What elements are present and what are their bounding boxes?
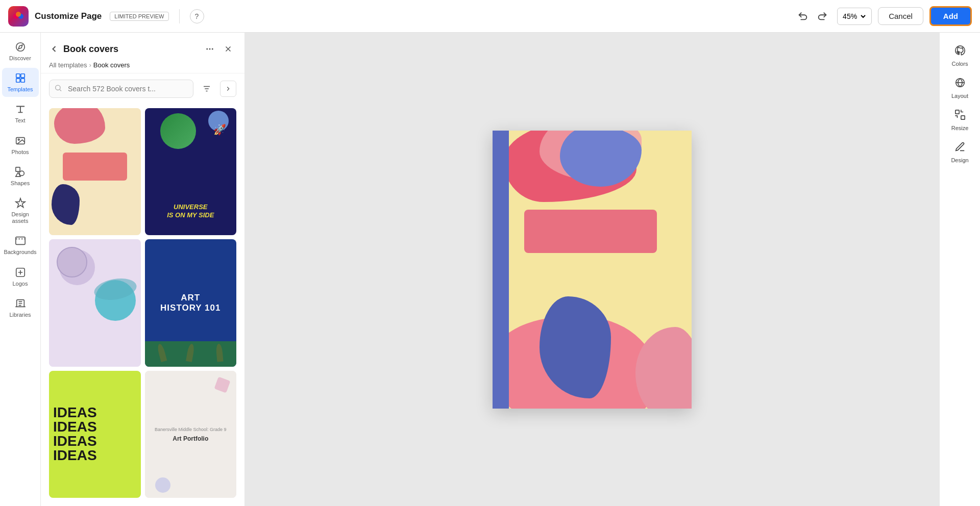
sidebar-label-photos: Photos: [11, 149, 29, 156]
sidebar-label-logos: Logos: [13, 281, 28, 287]
templates-grid: UNIVERSEIS ON MY SIDE 🚀 ARTHISTOR: [41, 104, 244, 506]
right-tool-resize[interactable]: Resize: [943, 105, 977, 135]
right-sidebar: Colors Layout Resize: [939, 33, 980, 506]
svg-point-9: [18, 139, 19, 140]
libraries-icon: [14, 297, 27, 310]
search-row: [41, 73, 244, 104]
logos-icon: [14, 266, 27, 279]
shapes-icon: [14, 166, 27, 178]
template-card-4[interactable]: ARTHISTORY 101: [145, 239, 237, 366]
breadcrumb-all-templates[interactable]: All templates: [49, 61, 87, 69]
book-body: [509, 131, 692, 409]
template-card-2[interactable]: UNIVERSEIS ON MY SIDE 🚀: [145, 108, 237, 235]
resize-icon: [954, 109, 966, 123]
left-sidebar: Discover Templates Text: [0, 33, 41, 506]
sidebar-item-logos[interactable]: Logos: [2, 262, 39, 291]
sidebar-label-discover: Discover: [9, 55, 31, 62]
svg-rect-12: [15, 237, 24, 245]
svg-rect-11: [15, 167, 19, 171]
svg-rect-6: [16, 79, 19, 82]
help-button[interactable]: ?: [190, 9, 204, 23]
expand-panel-button[interactable]: [220, 81, 236, 97]
backgrounds-icon: [14, 235, 27, 247]
right-tool-design[interactable]: Design: [943, 137, 977, 167]
sidebar-item-libraries[interactable]: Libraries: [2, 293, 39, 322]
svg-point-3: [16, 43, 24, 52]
search-container: [49, 80, 193, 98]
design-assets-icon: [14, 197, 27, 209]
templates-panel: Book covers All templates: [41, 33, 245, 506]
breadcrumb-current: Book covers: [93, 61, 130, 69]
search-input[interactable]: [49, 80, 193, 98]
photos-icon: [14, 135, 27, 147]
svg-rect-20: [955, 110, 959, 114]
zoom-selector[interactable]: 45%: [837, 8, 872, 25]
app-title: Customize Page: [35, 11, 102, 21]
sidebar-item-discover[interactable]: Discover: [2, 37, 39, 66]
sidebar-item-templates[interactable]: Templates: [2, 68, 39, 97]
more-options-button[interactable]: [202, 41, 218, 57]
svg-rect-4: [16, 74, 19, 78]
compass-icon: [14, 41, 27, 53]
sidebar-item-shapes[interactable]: Shapes: [2, 162, 39, 191]
right-tool-colors[interactable]: Colors: [943, 41, 977, 71]
zoom-chevron-icon: [860, 13, 866, 19]
panel-title-row: Book covers: [49, 41, 236, 57]
sidebar-item-text[interactable]: Text: [2, 99, 39, 128]
add-button[interactable]: Add: [929, 6, 972, 26]
svg-rect-7: [20, 79, 24, 82]
layout-icon: [954, 77, 966, 91]
sidebar-item-design-assets[interactable]: Design assets: [2, 193, 39, 229]
redo-button[interactable]: [814, 8, 831, 25]
layout-label: Layout: [951, 93, 968, 99]
header: Customize Page LIMITED PREVIEW ? 45%: [0, 0, 980, 33]
back-chevron-icon: [49, 44, 59, 54]
filter-icon: [202, 84, 211, 93]
book-spine: [493, 131, 509, 409]
main-content: Discover Templates Text: [0, 33, 980, 506]
panel-header: Book covers All templates: [41, 33, 244, 73]
sidebar-label-design-assets: Design assets: [4, 211, 37, 224]
undo-button[interactable]: [794, 8, 812, 25]
right-tool-layout[interactable]: Layout: [943, 73, 977, 103]
book-cover-preview: [493, 131, 692, 409]
search-icon: [54, 84, 62, 94]
sidebar-item-backgrounds[interactable]: Backgrounds: [2, 231, 39, 260]
svg-rect-21: [961, 116, 964, 119]
panel-title: Book covers: [63, 44, 198, 55]
sidebar-item-photos[interactable]: Photos: [2, 131, 39, 160]
template-card-6[interactable]: Banersville Middle School: Grade 9 Art P…: [145, 371, 237, 498]
sidebar-label-text: Text: [15, 117, 25, 124]
breadcrumb-separator: ›: [89, 61, 91, 69]
sidebar-label-libraries: Libraries: [9, 312, 31, 318]
svg-point-17: [56, 85, 60, 90]
design-label: Design: [951, 157, 968, 163]
preview-badge: LIMITED PREVIEW: [110, 12, 168, 21]
undo-redo-group: [794, 8, 831, 25]
svg-point-16: [212, 48, 213, 50]
template-card-3[interactable]: [49, 239, 141, 366]
zoom-value: 45%: [843, 12, 857, 20]
svg-point-2: [16, 12, 21, 17]
filter-button[interactable]: [198, 80, 216, 98]
template-card-1[interactable]: [49, 108, 141, 235]
close-icon: [224, 44, 233, 54]
cancel-button[interactable]: Cancel: [878, 7, 923, 25]
colors-label: Colors: [952, 61, 968, 67]
canvas-area: [245, 33, 939, 506]
template-card-5[interactable]: IDEAS IDEAS IDEAS IDEAS: [49, 371, 141, 498]
svg-point-10: [19, 171, 24, 175]
header-controls: 45% Cancel Add: [794, 6, 972, 26]
svg-rect-5: [20, 74, 24, 78]
close-panel-button[interactable]: [220, 41, 236, 57]
svg-point-14: [206, 48, 208, 50]
resize-label: Resize: [951, 125, 969, 131]
ellipsis-icon: [205, 44, 214, 54]
text-icon: [14, 103, 27, 115]
sidebar-label-templates: Templates: [7, 86, 33, 93]
breadcrumb: All templates › Book covers: [49, 61, 236, 69]
title-box: [524, 210, 657, 253]
header-divider: [179, 9, 180, 23]
svg-point-15: [209, 48, 211, 50]
back-button[interactable]: [49, 44, 59, 54]
